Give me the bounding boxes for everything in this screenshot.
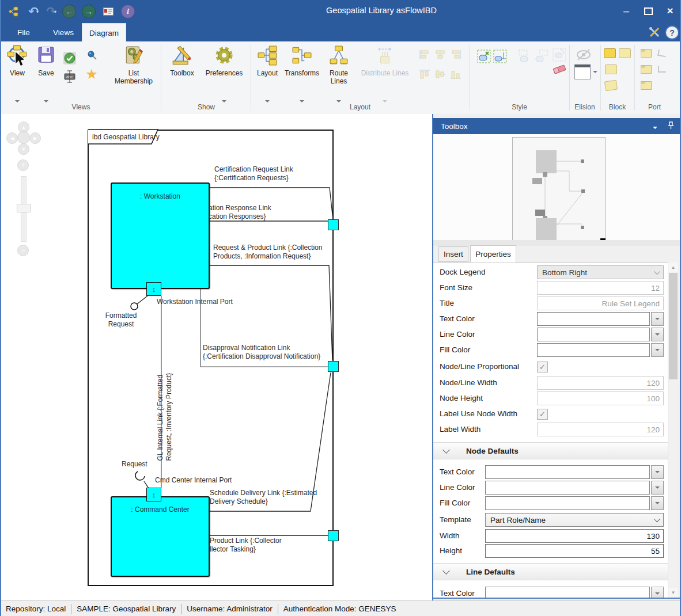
section-node-defaults[interactable]: Node Defaults <box>433 442 668 459</box>
maximize-button[interactable] <box>638 0 658 22</box>
scroll-thumb[interactable] <box>669 273 678 379</box>
node-fill-color-dropdown[interactable] <box>651 496 664 510</box>
tab-views[interactable]: Views <box>47 23 80 41</box>
node-fill-color-swatch[interactable] <box>485 496 650 510</box>
node-text-color-swatch[interactable] <box>485 465 650 479</box>
route-lines-button[interactable]: Route Lines <box>322 45 355 85</box>
spell-check-button[interactable] <box>62 51 77 66</box>
frame-port-3[interactable] <box>328 530 339 541</box>
port-corner-line-button <box>657 50 667 57</box>
node-height-default-input[interactable] <box>485 544 664 558</box>
label-edit-icon: abc <box>63 70 77 83</box>
legend-line-color-dropdown[interactable] <box>651 328 664 341</box>
transforms-button[interactable]: Transforms <box>283 45 321 77</box>
node-height-input <box>537 391 664 405</box>
apply-node-style-button[interactable] <box>477 50 491 66</box>
scroll-down-arrow[interactable]: ▼ <box>668 588 678 598</box>
pin-view-button[interactable] <box>85 48 100 63</box>
chevron-down-icon <box>442 567 450 575</box>
status-repository: Repository: Local <box>6 604 66 613</box>
close-button[interactable]: × <box>660 0 680 22</box>
tab-file[interactable]: File <box>10 23 37 41</box>
properties-scrollbar[interactable]: ▲ ▼ <box>668 263 678 598</box>
toolbox-button[interactable]: Toolbox <box>164 45 200 77</box>
elision-dropdown-chevron-icon <box>593 71 597 73</box>
label-workstation-internal-port[interactable]: Workstation Internal Port <box>157 298 233 306</box>
node-line-width-input <box>537 376 664 390</box>
workstation-internal-port[interactable]: ↕ <box>146 282 161 296</box>
undo-dropdown-chevron-icon[interactable]: ▾ <box>36 9 39 14</box>
label-certification-response-link[interactable]: ation Response Link cation Responses} <box>209 204 271 220</box>
diagram-minimap[interactable] <box>512 137 606 244</box>
label-certification-request-link[interactable]: Certification Request Link {:Certificati… <box>214 165 293 182</box>
node-line-color-dropdown[interactable] <box>651 481 664 495</box>
line-style-icon <box>493 50 507 63</box>
elision-style-dropdown[interactable] <box>574 64 597 79</box>
minimize-button[interactable]: – <box>616 0 636 22</box>
add-block-callout-button <box>619 48 631 58</box>
label-schedule-delivery-link[interactable]: Schedule Delivery Link {:Estimated Deliv… <box>210 489 317 505</box>
contact-card-button[interactable] <box>101 5 115 18</box>
pan-left-button[interactable]: ◀ <box>6 132 18 144</box>
forward-button[interactable]: → <box>82 5 96 18</box>
legend-line-color-swatch[interactable] <box>537 328 650 341</box>
legend-fill-color-swatch[interactable] <box>537 343 650 357</box>
view-button[interactable]: View <box>2 45 32 77</box>
legend-text-color-swatch[interactable] <box>537 312 650 326</box>
legend-fill-color-dropdown[interactable] <box>651 343 664 357</box>
port-frame-button <box>641 65 652 74</box>
pan-down-button[interactable]: ▼ <box>18 143 29 155</box>
provided-interface-lollipop[interactable] <box>131 303 138 310</box>
layout-button[interactable]: Layout <box>252 45 282 77</box>
preferences-button[interactable]: Preferences <box>201 45 247 77</box>
required-interface-socket[interactable] <box>135 471 145 480</box>
node-width-input[interactable] <box>485 529 664 543</box>
label-formatted-request[interactable]: Formatted Request <box>103 311 139 328</box>
node-text-color-dropdown[interactable] <box>651 465 664 479</box>
frame-port-2[interactable] <box>328 361 339 372</box>
pan-center-button[interactable] <box>17 131 30 144</box>
toolbox-collapse-chevron-icon[interactable] <box>653 122 657 131</box>
add-block-label-button[interactable] <box>604 48 616 58</box>
label-request[interactable]: Request <box>122 460 147 469</box>
label-cmd-center-internal-port[interactable]: Cmd Center Internal Port <box>155 476 232 485</box>
legend-text-color-dropdown[interactable] <box>651 312 664 326</box>
node-line-color-swatch[interactable] <box>485 481 650 495</box>
tab-properties[interactable]: Properties <box>470 245 516 263</box>
zoom-slider-thumb[interactable] <box>17 204 31 212</box>
eraser-button[interactable] <box>552 62 567 78</box>
save-button[interactable]: Save <box>33 45 59 77</box>
property-row-label-use-node-width: Label Use Node Width ✓ <box>433 407 668 422</box>
tools-button[interactable] <box>649 26 660 40</box>
label-gl-internal-link[interactable]: GL Internal Link {:Formatted Request, :I… <box>156 333 173 461</box>
ribbon-separator <box>600 45 601 111</box>
tab-insert[interactable]: Insert <box>438 246 468 262</box>
label-product-link[interactable]: Product Link {:Collector llector Tasking… <box>210 537 282 553</box>
property-row-template: Template Part Role/Name <box>433 513 668 528</box>
ribbon-group-label-style: Style <box>470 103 569 111</box>
rename-label-button[interactable]: abc <box>62 69 77 84</box>
section-line-defaults[interactable]: Line Defaults <box>433 563 668 580</box>
contact-card-icon <box>103 7 114 16</box>
block-workstation[interactable]: : Workstation <box>111 182 210 289</box>
label-request-product-link[interactable]: Request & Product Link {:Collection Prod… <box>213 244 322 260</box>
ribbon-group-label-views: Views <box>1 103 161 111</box>
tab-diagram[interactable]: Diagram <box>82 23 126 42</box>
diagram-canvas[interactable]: ibd Geospatial Library : Workstation : C… <box>1 114 432 600</box>
frame-port-1[interactable] <box>328 219 339 230</box>
block-command-center[interactable]: : Command Center <box>111 496 210 577</box>
favorite-button[interactable]: ★ <box>84 67 99 82</box>
info-button[interactable]: i <box>121 5 135 18</box>
label-disapproval-notification-link[interactable]: Disapproval Notification Link {:Certific… <box>203 344 320 360</box>
zoom-in-button[interactable]: + <box>17 159 29 171</box>
scroll-up-arrow[interactable]: ▲ <box>668 263 678 272</box>
help-button[interactable]: ? <box>665 25 679 40</box>
pan-right-button[interactable]: ▶ <box>29 132 41 144</box>
list-membership-button[interactable]: List Membership <box>109 45 158 85</box>
template-dropdown[interactable]: Part Role/Name <box>485 513 664 527</box>
apply-line-style-button[interactable] <box>493 50 507 66</box>
zoom-out-button[interactable]: − <box>17 245 29 256</box>
property-row-width: Width <box>433 529 668 544</box>
cmd-center-internal-port[interactable]: ↕ <box>146 488 161 501</box>
toolbox-pin-icon[interactable] <box>668 121 674 131</box>
